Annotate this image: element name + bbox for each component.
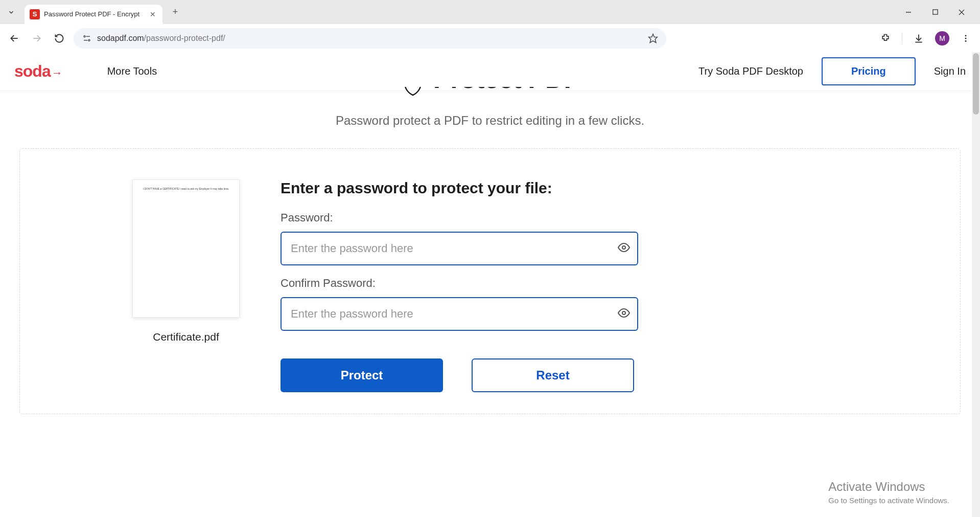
page-title: Protect PDF bbox=[433, 87, 580, 94]
password-label: Password: bbox=[281, 211, 638, 224]
tab-bar: S Password Protect PDF - Encrypt ✕ + bbox=[0, 0, 980, 24]
password-form: Enter a password to protect your file: P… bbox=[281, 179, 638, 392]
svg-point-8 bbox=[88, 39, 90, 41]
more-tools-link[interactable]: More Tools bbox=[107, 65, 157, 77]
svg-point-14 bbox=[965, 37, 967, 39]
tab-favicon: S bbox=[30, 9, 40, 19]
password-input[interactable] bbox=[281, 232, 638, 265]
reload-button[interactable] bbox=[51, 30, 67, 47]
confirm-password-input[interactable] bbox=[281, 297, 638, 331]
shield-lock-icon bbox=[401, 87, 425, 97]
bookmark-star-icon[interactable] bbox=[648, 33, 658, 43]
file-preview: I DON'T HAVE a CERTIFICATE I need to ask… bbox=[132, 179, 240, 343]
separator bbox=[902, 32, 902, 44]
svg-point-18 bbox=[622, 311, 625, 314]
tab-close-icon[interactable]: ✕ bbox=[148, 10, 157, 19]
forward-button[interactable] bbox=[29, 30, 45, 47]
scrollbar[interactable] bbox=[972, 52, 980, 517]
url-text: sodapdf.com/password-protect-pdf/ bbox=[97, 34, 643, 43]
scrollbar-thumb[interactable] bbox=[973, 53, 979, 115]
sign-in-link[interactable]: Sign In bbox=[934, 65, 966, 77]
svg-rect-1 bbox=[932, 10, 937, 14]
protect-button[interactable]: Protect bbox=[281, 358, 443, 392]
main-card: I DON'T HAVE a CERTIFICATE I need to ask… bbox=[19, 148, 961, 414]
try-desktop-link[interactable]: Try Soda PDF Desktop bbox=[698, 65, 803, 77]
back-button[interactable] bbox=[6, 30, 22, 47]
pricing-button[interactable]: Pricing bbox=[822, 57, 916, 85]
maximize-button[interactable] bbox=[927, 4, 943, 20]
windows-activation-watermark: Activate Windows Go to Settings to activ… bbox=[828, 480, 949, 505]
extensions-icon[interactable] bbox=[877, 30, 894, 47]
pdf-thumbnail: I DON'T HAVE a CERTIFICATE I need to ask… bbox=[132, 179, 240, 318]
svg-point-17 bbox=[622, 246, 625, 249]
form-heading: Enter a password to protect your file: bbox=[281, 179, 638, 197]
address-bar[interactable]: sodapdf.com/password-protect-pdf/ bbox=[74, 28, 666, 49]
new-tab-button[interactable]: + bbox=[168, 5, 183, 20]
navigation-bar: sodapdf.com/password-protect-pdf/ M bbox=[0, 24, 980, 52]
menu-icon[interactable] bbox=[958, 30, 974, 47]
svg-point-15 bbox=[965, 40, 967, 41]
svg-point-13 bbox=[965, 35, 967, 36]
hero-section: Protect PDF Password protect a PDF to re… bbox=[0, 87, 980, 128]
svg-point-6 bbox=[84, 35, 85, 37]
confirm-password-label: Confirm Password: bbox=[281, 277, 638, 290]
svg-marker-10 bbox=[649, 34, 658, 42]
tab-search-dropdown[interactable] bbox=[4, 5, 18, 19]
show-confirm-password-icon[interactable] bbox=[618, 307, 630, 321]
close-window-button[interactable] bbox=[953, 4, 970, 20]
profile-avatar[interactable]: M bbox=[935, 31, 949, 46]
site-header: soda→ More Tools Try Soda PDF Desktop Pr… bbox=[0, 52, 980, 91]
minimize-button[interactable] bbox=[900, 4, 917, 20]
page-subtitle: Password protect a PDF to restrict editi… bbox=[0, 114, 980, 128]
downloads-icon[interactable] bbox=[911, 30, 927, 47]
show-password-icon[interactable] bbox=[618, 241, 630, 256]
logo[interactable]: soda→ bbox=[14, 62, 62, 81]
site-settings-icon[interactable] bbox=[82, 33, 92, 43]
browser-tab[interactable]: S Password Protect PDF - Encrypt ✕ bbox=[25, 5, 162, 24]
tab-title: Password Protect PDF - Encrypt bbox=[44, 10, 144, 18]
filename-label: Certificate.pdf bbox=[132, 331, 240, 343]
reset-button[interactable]: Reset bbox=[472, 358, 634, 392]
